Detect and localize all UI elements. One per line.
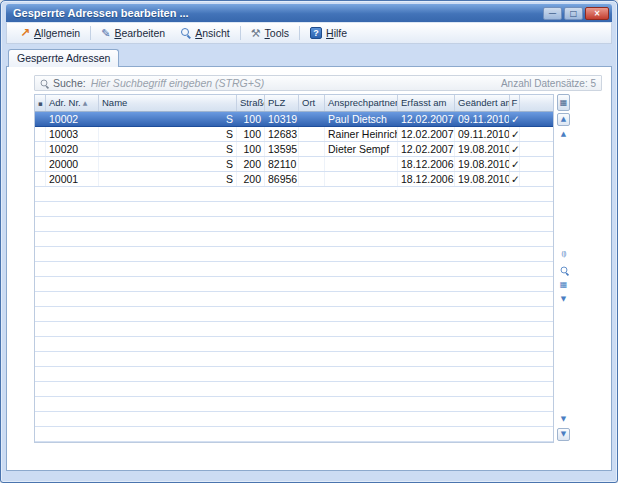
app-window: Gesperrte Adressen bearbeiten ... — □ × … <box>0 0 618 483</box>
cell-name: S <box>99 172 237 186</box>
nav-up-button[interactable]: ▲ <box>557 128 570 141</box>
menu-label: Ansicht <box>195 27 229 39</box>
cell-strasse: 100 <box>237 142 265 156</box>
cell-ansprechpartner: Rainer Heinrich <box>325 127 398 141</box>
scroll-down-button[interactable]: ▼ <box>557 428 570 441</box>
cell-ort <box>299 127 325 141</box>
content-panel: Suche: Anzahl Datensätze: 5 ▪ Adr. Nr.▲ … <box>6 66 612 471</box>
column-header-ort[interactable]: Ort <box>299 95 325 111</box>
blocked-check-icon: ✓ <box>510 172 520 186</box>
arrow-up-right-icon: ↗ <box>20 27 30 39</box>
cell-adr-nr: 10002 <box>46 112 99 126</box>
menu-item-hilfe[interactable]: ? Hilfe <box>302 23 355 43</box>
empty-row <box>35 427 553 442</box>
cell-ort <box>299 112 325 126</box>
column-header-erfasst-am[interactable]: Erfasst am <box>398 95 455 111</box>
cell-geaendert-am: 19.08.2010 <box>455 172 510 186</box>
cell-filler <box>520 127 553 141</box>
cell-adr-nr: 20001 <box>46 172 99 186</box>
column-chooser-button[interactable]: ▦ <box>557 94 570 111</box>
empty-row <box>35 337 553 352</box>
close-button[interactable]: × <box>585 7 609 20</box>
cell-ansprechpartner <box>325 172 398 186</box>
empty-row <box>35 277 553 292</box>
table-row[interactable]: 10003 S 100 12683 Rainer Heinrich 12.02.… <box>35 127 553 142</box>
goto-record-icon: (|) <box>561 251 565 258</box>
cell-name: S <box>99 112 237 126</box>
tab-gesperrte-adressen[interactable]: Gesperrte Adressen <box>8 49 119 67</box>
cell-erfasst-am: 12.02.2007 <box>398 127 455 141</box>
table-row[interactable]: 10020 S 100 13595 Dieter Sempf 12.02.200… <box>35 142 553 157</box>
nav-down-icon: ▼ <box>561 416 566 423</box>
cell-plz: 86956 <box>265 172 299 186</box>
cell-geaendert-am: 09.11.2010 <box>455 112 510 126</box>
grid-layout-button[interactable]: ▦ <box>557 278 570 291</box>
titlebar[interactable]: Gesperrte Adressen bearbeiten ... — □ × <box>6 4 612 22</box>
scroll-up-icon: ▲ <box>561 116 566 123</box>
empty-row <box>35 397 553 412</box>
empty-row <box>35 382 553 397</box>
column-header-filler <box>520 95 553 111</box>
filter-button[interactable]: ▼ <box>557 293 570 306</box>
column-header-f[interactable]: F <box>510 95 520 111</box>
tools-icon: ⚒ <box>251 28 261 39</box>
minimize-button[interactable]: — <box>543 7 562 20</box>
scroll-up-button[interactable]: ▲ <box>557 113 570 126</box>
column-header-geaendert-am[interactable]: Geändert am <box>455 95 510 111</box>
cell-ort <box>299 157 325 171</box>
search-icon <box>41 80 48 87</box>
grid-search-button[interactable] <box>557 263 570 276</box>
row-marker-cell <box>35 112 46 126</box>
column-header-ansprechpartner[interactable]: Ansprechpartner <box>325 95 398 111</box>
cell-adr-nr: 10003 <box>46 127 99 141</box>
empty-row <box>35 217 553 232</box>
cell-ansprechpartner: Dieter Sempf <box>325 142 398 156</box>
marker-column-header[interactable]: ▪ <box>35 95 46 111</box>
maximize-button[interactable]: □ <box>564 7 583 20</box>
column-header-strasse[interactable]: Straße <box>237 95 265 111</box>
empty-row <box>35 352 553 367</box>
grid-scrollbar-rail: ▦ ▲ ▲ (|) ▦ <box>556 94 571 443</box>
column-header-plz[interactable]: PLZ <box>265 95 299 111</box>
blocked-check-icon: ✓ <box>510 127 520 141</box>
cell-name: S <box>99 157 237 171</box>
column-header-adr-nr[interactable]: Adr. Nr.▲ <box>46 95 99 111</box>
search-bar: Suche: Anzahl Datensätze: 5 <box>34 75 602 91</box>
cell-strasse: 100 <box>237 112 265 126</box>
cell-ansprechpartner <box>325 157 398 171</box>
table-row[interactable]: 20001 S 200 86956 18.12.2006 19.08.2010 … <box>35 172 553 187</box>
cell-filler <box>520 112 553 126</box>
cell-geaendert-am: 19.08.2010 <box>455 157 510 171</box>
nav-up-icon: ▲ <box>561 131 566 138</box>
goto-record-button[interactable]: (|) <box>557 248 570 261</box>
menu-item-tools[interactable]: ⚒ Tools <box>243 23 297 43</box>
column-header-label: Adr. Nr. <box>49 97 81 108</box>
grid-icon: ▦ <box>560 281 568 288</box>
blocked-check-icon: ✓ <box>510 112 520 126</box>
cell-adr-nr: 20000 <box>46 157 99 171</box>
row-marker-cell <box>35 157 46 171</box>
filter-icon: ▼ <box>561 296 566 303</box>
row-marker-cell <box>35 172 46 186</box>
nav-down-button[interactable]: ▼ <box>557 413 570 426</box>
column-chooser-icon: ▦ <box>560 99 568 107</box>
row-marker-cell <box>35 142 46 156</box>
menu-item-ansicht[interactable]: Ansicht <box>173 23 237 43</box>
table-row[interactable]: 10002 S 100 10319 Paul Dietsch 12.02.200… <box>35 112 553 127</box>
scroll-down-icon: ▼ <box>561 431 566 438</box>
cell-geaendert-am: 09.11.2010 <box>455 127 510 141</box>
empty-row <box>35 307 553 322</box>
menu-separator <box>90 26 91 40</box>
cell-erfasst-am: 18.12.2006 <box>398 172 455 186</box>
column-header-name[interactable]: Name <box>99 95 237 111</box>
help-icon: ? <box>310 27 322 39</box>
menu-label: Tools <box>265 27 290 39</box>
menu-item-allgemein[interactable]: ↗ Allgemein <box>12 23 88 43</box>
search-input[interactable] <box>91 76 496 90</box>
table-row[interactable]: 20000 S 200 82110 18.12.2006 19.08.2010 … <box>35 157 553 172</box>
menu-separator <box>240 26 241 40</box>
cell-erfasst-am: 18.12.2006 <box>398 157 455 171</box>
tabstrip: Gesperrte Adressen <box>6 48 612 66</box>
menu-item-bearbeiten[interactable]: ✎ Bearbeiten <box>93 23 173 43</box>
empty-row <box>35 232 553 247</box>
